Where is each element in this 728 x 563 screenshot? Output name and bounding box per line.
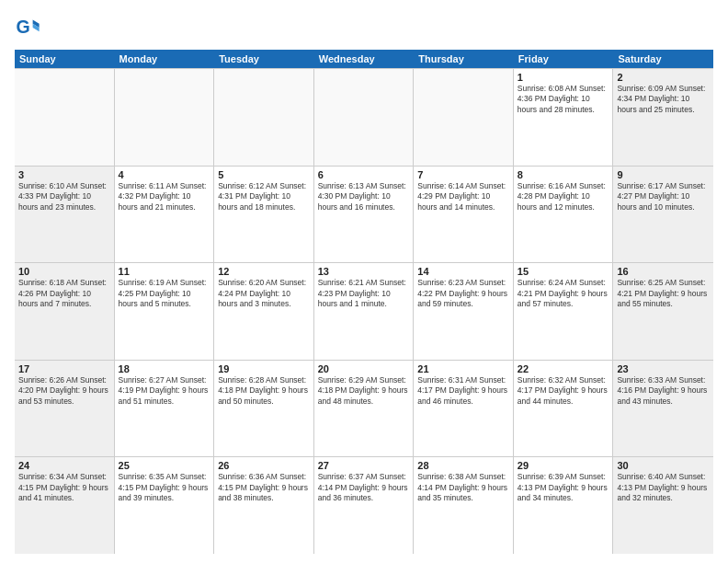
- table-row: 3Sunrise: 6:10 AM Sunset: 4:33 PM Daylig…: [15, 167, 115, 263]
- table-row: 18Sunrise: 6:27 AM Sunset: 4:19 PM Dayli…: [115, 361, 215, 457]
- day-info: Sunrise: 6:14 AM Sunset: 4:29 PM Dayligh…: [417, 181, 509, 213]
- day-info: Sunrise: 6:25 AM Sunset: 4:21 PM Dayligh…: [617, 278, 710, 309]
- svg-text:G: G: [16, 17, 29, 37]
- day-of-week-saturday: Saturday: [613, 50, 713, 68]
- table-row: 24Sunrise: 6:34 AM Sunset: 4:15 PM Dayli…: [15, 457, 115, 554]
- table-row: 11Sunrise: 6:19 AM Sunset: 4:25 PM Dayli…: [115, 263, 215, 360]
- table-row: [115, 69, 215, 166]
- day-info: Sunrise: 6:10 AM Sunset: 4:33 PM Dayligh…: [18, 181, 110, 213]
- day-info: Sunrise: 6:34 AM Sunset: 4:15 PM Dayligh…: [18, 472, 110, 503]
- day-info: Sunrise: 6:23 AM Sunset: 4:22 PM Dayligh…: [417, 278, 509, 309]
- table-row: 13Sunrise: 6:21 AM Sunset: 4:23 PM Dayli…: [314, 263, 415, 360]
- day-number: 28: [417, 460, 509, 471]
- day-number: 10: [18, 266, 110, 277]
- day-number: 14: [417, 266, 509, 277]
- table-row: 29Sunrise: 6:39 AM Sunset: 4:13 PM Dayli…: [514, 457, 614, 554]
- table-row: 23Sunrise: 6:33 AM Sunset: 4:16 PM Dayli…: [613, 361, 713, 457]
- day-info: Sunrise: 6:18 AM Sunset: 4:26 PM Dayligh…: [18, 278, 110, 309]
- table-row: [314, 69, 415, 166]
- day-number: 26: [218, 460, 310, 471]
- table-row: 28Sunrise: 6:38 AM Sunset: 4:14 PM Dayli…: [414, 457, 514, 554]
- week-1: 1Sunrise: 6:08 AM Sunset: 4:36 PM Daylig…: [15, 68, 713, 166]
- table-row: [214, 69, 314, 166]
- week-2: 3Sunrise: 6:10 AM Sunset: 4:33 PM Daylig…: [15, 166, 713, 263]
- day-info: Sunrise: 6:36 AM Sunset: 4:15 PM Dayligh…: [218, 472, 310, 503]
- table-row: 12Sunrise: 6:20 AM Sunset: 4:24 PM Dayli…: [214, 263, 314, 360]
- table-row: 21Sunrise: 6:31 AM Sunset: 4:17 PM Dayli…: [414, 361, 514, 457]
- day-number: 24: [18, 460, 110, 471]
- day-of-week-thursday: Thursday: [414, 50, 514, 68]
- table-row: 4Sunrise: 6:11 AM Sunset: 4:32 PM Daylig…: [115, 167, 215, 263]
- day-info: Sunrise: 6:12 AM Sunset: 4:31 PM Dayligh…: [218, 181, 310, 213]
- table-row: 25Sunrise: 6:35 AM Sunset: 4:15 PM Dayli…: [115, 457, 215, 554]
- table-row: 19Sunrise: 6:28 AM Sunset: 4:18 PM Dayli…: [214, 361, 314, 457]
- table-row: 30Sunrise: 6:40 AM Sunset: 4:13 PM Dayli…: [613, 457, 713, 554]
- day-info: Sunrise: 6:13 AM Sunset: 4:30 PM Dayligh…: [318, 181, 410, 213]
- day-info: Sunrise: 6:08 AM Sunset: 4:36 PM Dayligh…: [518, 84, 609, 115]
- day-number: 5: [218, 169, 310, 180]
- day-info: Sunrise: 6:09 AM Sunset: 4:34 PM Dayligh…: [617, 84, 710, 115]
- day-number: 18: [119, 363, 210, 374]
- day-number: 25: [119, 460, 210, 471]
- day-info: Sunrise: 6:32 AM Sunset: 4:17 PM Dayligh…: [518, 375, 609, 407]
- day-number: 20: [318, 363, 410, 374]
- table-row: 16Sunrise: 6:25 AM Sunset: 4:21 PM Dayli…: [613, 263, 713, 360]
- table-row: 20Sunrise: 6:29 AM Sunset: 4:18 PM Dayli…: [314, 361, 415, 457]
- calendar-header: SundayMondayTuesdayWednesdayThursdayFrid…: [15, 50, 713, 68]
- day-info: Sunrise: 6:39 AM Sunset: 4:13 PM Dayligh…: [518, 472, 609, 503]
- day-info: Sunrise: 6:38 AM Sunset: 4:14 PM Dayligh…: [417, 472, 509, 503]
- day-info: Sunrise: 6:28 AM Sunset: 4:18 PM Dayligh…: [218, 375, 310, 407]
- day-number: 30: [617, 460, 710, 471]
- day-info: Sunrise: 6:21 AM Sunset: 4:23 PM Dayligh…: [318, 278, 410, 309]
- page: G SundayMondayTuesdayWednesdayThursdayFr…: [0, 0, 728, 563]
- day-number: 17: [18, 363, 110, 374]
- day-info: Sunrise: 6:33 AM Sunset: 4:16 PM Dayligh…: [617, 375, 710, 407]
- day-number: 15: [518, 266, 609, 277]
- day-of-week-wednesday: Wednesday: [314, 50, 415, 68]
- week-5: 24Sunrise: 6:34 AM Sunset: 4:15 PM Dayli…: [15, 456, 713, 554]
- table-row: [15, 69, 115, 166]
- day-number: 12: [218, 266, 310, 277]
- table-row: 8Sunrise: 6:16 AM Sunset: 4:28 PM Daylig…: [514, 167, 614, 263]
- day-of-week-tuesday: Tuesday: [214, 50, 314, 68]
- logo-icon: G: [15, 15, 40, 40]
- table-row: 10Sunrise: 6:18 AM Sunset: 4:26 PM Dayli…: [15, 263, 115, 360]
- calendar-body: 1Sunrise: 6:08 AM Sunset: 4:36 PM Daylig…: [15, 68, 713, 554]
- day-number: 29: [518, 460, 609, 471]
- logo: G: [15, 15, 44, 40]
- week-4: 17Sunrise: 6:26 AM Sunset: 4:20 PM Dayli…: [15, 360, 713, 457]
- table-row: 9Sunrise: 6:17 AM Sunset: 4:27 PM Daylig…: [613, 167, 713, 263]
- day-number: 11: [119, 266, 210, 277]
- header: G: [15, 15, 713, 40]
- table-row: 6Sunrise: 6:13 AM Sunset: 4:30 PM Daylig…: [314, 167, 415, 263]
- table-row: [414, 69, 514, 166]
- day-number: 13: [318, 266, 410, 277]
- table-row: 5Sunrise: 6:12 AM Sunset: 4:31 PM Daylig…: [214, 167, 314, 263]
- day-info: Sunrise: 6:40 AM Sunset: 4:13 PM Dayligh…: [617, 472, 710, 503]
- table-row: 7Sunrise: 6:14 AM Sunset: 4:29 PM Daylig…: [414, 167, 514, 263]
- day-info: Sunrise: 6:17 AM Sunset: 4:27 PM Dayligh…: [617, 181, 710, 213]
- day-info: Sunrise: 6:24 AM Sunset: 4:21 PM Dayligh…: [518, 278, 609, 309]
- day-info: Sunrise: 6:29 AM Sunset: 4:18 PM Dayligh…: [318, 375, 410, 407]
- day-number: 21: [417, 363, 509, 374]
- day-info: Sunrise: 6:26 AM Sunset: 4:20 PM Dayligh…: [18, 375, 110, 407]
- calendar: SundayMondayTuesdayWednesdayThursdayFrid…: [15, 50, 713, 554]
- day-number: 4: [119, 169, 210, 180]
- week-3: 10Sunrise: 6:18 AM Sunset: 4:26 PM Dayli…: [15, 262, 713, 360]
- day-of-week-sunday: Sunday: [15, 50, 115, 68]
- day-number: 23: [617, 363, 710, 374]
- table-row: 14Sunrise: 6:23 AM Sunset: 4:22 PM Dayli…: [414, 263, 514, 360]
- table-row: 2Sunrise: 6:09 AM Sunset: 4:34 PM Daylig…: [613, 69, 713, 166]
- day-number: 2: [617, 72, 710, 83]
- day-number: 22: [518, 363, 609, 374]
- day-of-week-monday: Monday: [115, 50, 215, 68]
- day-number: 16: [617, 266, 710, 277]
- day-number: 19: [218, 363, 310, 374]
- table-row: 1Sunrise: 6:08 AM Sunset: 4:36 PM Daylig…: [514, 69, 614, 166]
- day-number: 8: [518, 169, 609, 180]
- table-row: 26Sunrise: 6:36 AM Sunset: 4:15 PM Dayli…: [214, 457, 314, 554]
- day-info: Sunrise: 6:31 AM Sunset: 4:17 PM Dayligh…: [417, 375, 509, 407]
- day-info: Sunrise: 6:16 AM Sunset: 4:28 PM Dayligh…: [518, 181, 609, 213]
- table-row: 15Sunrise: 6:24 AM Sunset: 4:21 PM Dayli…: [514, 263, 614, 360]
- day-of-week-friday: Friday: [514, 50, 614, 68]
